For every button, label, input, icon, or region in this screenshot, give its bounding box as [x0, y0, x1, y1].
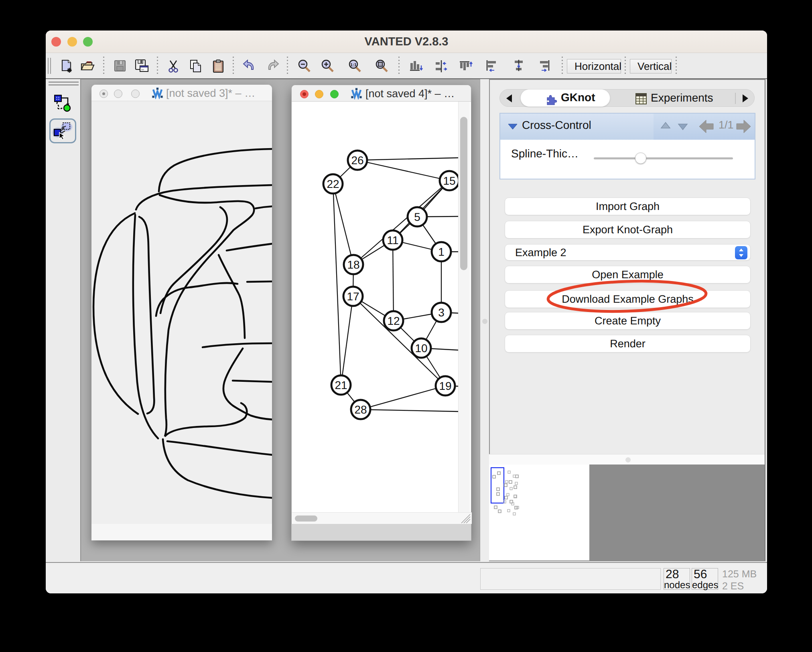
svg-text:28: 28 — [354, 403, 367, 416]
svg-text:3: 3 — [438, 306, 445, 319]
svg-text:1: 1 — [438, 246, 445, 258]
svg-text:21: 21 — [335, 379, 347, 391]
svg-text:12: 12 — [387, 315, 400, 327]
svg-text:18: 18 — [347, 259, 359, 271]
svg-text:22: 22 — [327, 178, 339, 190]
svg-text:11: 11 — [387, 234, 398, 247]
svg-text:15: 15 — [443, 175, 455, 187]
svg-text:19: 19 — [439, 380, 451, 392]
svg-text:26: 26 — [351, 154, 363, 167]
svg-text:17: 17 — [347, 290, 359, 303]
svg-text:5: 5 — [414, 211, 420, 223]
svg-text:1:1: 1:1 — [350, 63, 357, 67]
svg-text:10: 10 — [415, 342, 427, 355]
